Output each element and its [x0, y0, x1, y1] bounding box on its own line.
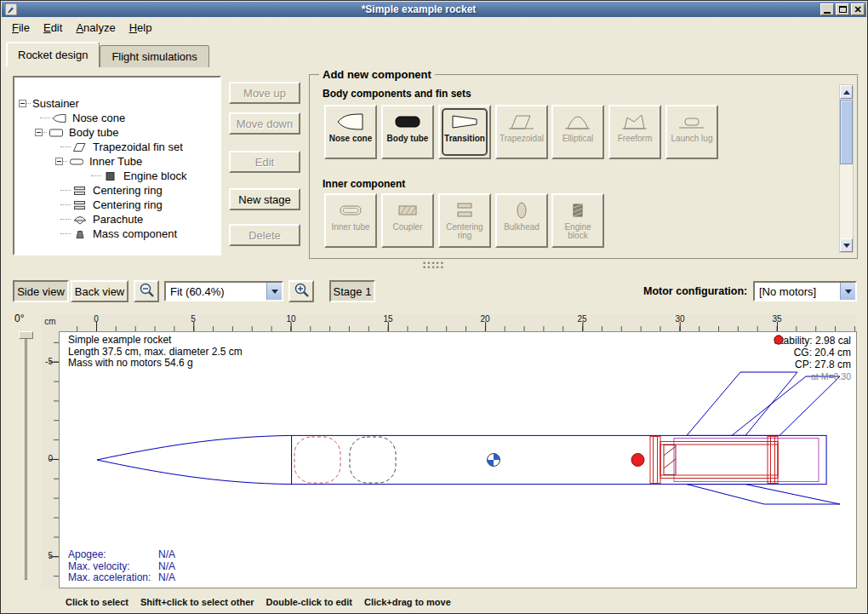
cp-marker [631, 454, 644, 467]
rotation-slider-handle[interactable] [19, 331, 33, 339]
hint-click-drag: Click+drag to move [364, 597, 451, 607]
rotation-slider[interactable] [13, 328, 40, 583]
tab-rocket-design[interactable]: Rocket design [6, 42, 100, 67]
back-view-button[interactable]: Back view [71, 280, 128, 302]
move-down-button[interactable]: Move down [229, 112, 300, 135]
maximize-button[interactable] [836, 3, 849, 15]
scroll-up-button[interactable] [840, 85, 853, 99]
nose-cone-outline[interactable] [97, 435, 292, 484]
component-tree[interactable]: Simple example rocket Sustainer Nose con… [13, 76, 221, 255]
component-button-label: Nose cone [328, 135, 374, 143]
add-engine-block-button[interactable]: Engine block [551, 193, 604, 248]
chevron-down-icon [271, 290, 278, 294]
component-panel-scrollbar[interactable] [839, 84, 854, 253]
motor-configuration-label: Motor configuration: [643, 285, 747, 297]
splitter[interactable]: •••••••••• [1, 261, 867, 272]
delete-button[interactable]: Delete [229, 224, 300, 246]
title-bar[interactable]: *Simple example rocket ✕ [2, 2, 866, 17]
zoom-level-combobox[interactable]: Fit (60.4%) [164, 281, 283, 301]
scrollbar-thumb[interactable] [840, 100, 853, 164]
menu-help[interactable]: Help [123, 18, 159, 37]
ruler-tick-label: 25 [574, 314, 591, 324]
add-nose-cone-button[interactable]: Nose cone [324, 105, 377, 159]
add-trapezoidal-fin-button[interactable]: Trapezoidal [495, 105, 548, 159]
body-tube-outline[interactable] [292, 435, 827, 484]
rotation-slider-track[interactable] [25, 335, 27, 580]
magnifier-minus-icon [139, 282, 155, 301]
engine-block-icon [103, 171, 118, 181]
tree-item-label: Inner Tube [88, 155, 144, 168]
minimize-button[interactable] [820, 3, 834, 15]
tree-item-mass-component[interactable]: Mass component [14, 227, 220, 241]
edit-button[interactable]: Edit [229, 151, 300, 173]
collapse-icon[interactable] [35, 129, 43, 136]
tree-item-label: Trapezoidal fin set [91, 141, 185, 153]
launch-lug-icon [677, 111, 706, 135]
motor-configuration-value: [No motors] [755, 285, 840, 298]
fin-bottom-outline[interactable] [687, 485, 840, 504]
elliptical-fin-icon [563, 111, 592, 135]
component-button-label: Trapezoidal [499, 135, 545, 143]
add-launch-lug-button[interactable]: Launch lug [665, 105, 718, 159]
menu-file[interactable]: File [5, 18, 37, 37]
new-stage-button[interactable]: New stage [229, 188, 300, 210]
tree-item-sustainer[interactable]: Sustainer [14, 96, 220, 111]
combo-arrow-button[interactable] [840, 283, 855, 300]
tree-item-engine-block[interactable]: Engine block [14, 169, 220, 183]
tab-flight-simulations[interactable]: Flight simulations [100, 45, 208, 67]
add-new-component-group: Add new component Body components and fi… [309, 74, 859, 260]
menu-bar: File Edit Analyze Help [2, 17, 866, 38]
rocket-mass: Mass with no motors 54.6 g [68, 358, 243, 370]
ruler-tick-label: 20 [477, 314, 494, 324]
component-button-label: Body tube [386, 135, 430, 143]
fin-far-outline[interactable] [732, 376, 840, 435]
add-bulkhead-button[interactable]: Bulkhead [495, 193, 548, 248]
component-button-label: Elliptical [562, 135, 595, 143]
motor-configuration-combobox[interactable]: [No motors] [753, 281, 857, 301]
add-freeform-fin-button[interactable]: Freeform [608, 105, 661, 159]
tree-item-parachute[interactable]: Parachute [14, 212, 220, 227]
move-up-button[interactable]: Move up [229, 82, 300, 104]
scroll-down-button[interactable] [840, 238, 853, 252]
tree-item-label: Engine block [122, 169, 188, 182]
zoom-out-button[interactable] [134, 280, 159, 302]
rocket-drawing-area[interactable]: Simple example rocket Length 37.5 cm, ma… [59, 331, 857, 588]
component-button-label: Inner tube [330, 223, 370, 232]
combo-arrow-button[interactable] [266, 283, 282, 300]
transition-icon [450, 111, 479, 135]
horizontal-ruler: 0 5 10 15 20 25 30 35 [59, 314, 857, 331]
add-elliptical-fin-button[interactable]: Elliptical [551, 105, 604, 159]
collapse-icon[interactable] [19, 100, 26, 107]
ruler-tick-label: 5 [185, 314, 202, 324]
tree-item-inner-tube[interactable]: Inner Tube [14, 154, 220, 169]
tree-item-trapezoidal-fin-set[interactable]: Trapezoidal fin set [14, 140, 220, 154]
close-button[interactable]: ✕ [851, 3, 865, 15]
collapse-icon[interactable] [55, 158, 63, 165]
freeform-fin-icon [620, 111, 649, 135]
tree-item-centering-ring-2[interactable]: Centering ring [14, 198, 220, 212]
stage-1-toggle-button[interactable]: Stage 1 [329, 280, 375, 302]
bulkhead-icon [507, 199, 536, 223]
tree-item-rocket[interactable]: Simple example rocket [14, 82, 220, 96]
add-coupler-button[interactable]: Coupler [381, 193, 434, 248]
tree-item-centering-ring-1[interactable]: Centering ring [14, 183, 220, 198]
stability-value: Stability: 2.98 cal [774, 335, 851, 347]
ruler-tick-label: 10 [283, 314, 300, 324]
menu-analyze[interactable]: Analyze [69, 18, 122, 37]
component-button-label: Engine block [553, 223, 602, 240]
add-body-tube-button[interactable]: Body tube [381, 105, 434, 159]
tree-item-body-tube[interactable]: Body tube [14, 125, 220, 140]
arrow-down-icon [843, 244, 850, 248]
tree-item-nose-cone[interactable]: Nose cone [14, 111, 220, 125]
ruler-tick-label: 5 [43, 551, 53, 560]
add-inner-tube-button[interactable]: Inner tube [324, 193, 377, 248]
menu-edit[interactable]: Edit [37, 18, 69, 37]
add-transition-button[interactable]: Transition [438, 105, 491, 159]
tree-item-label: Mass component [91, 227, 179, 240]
apogee-label: Apogee: [68, 549, 158, 561]
max-acceleration-label: Max. acceleration: [68, 572, 158, 584]
component-button-label: Coupler [391, 223, 423, 232]
add-centering-ring-button[interactable]: Centering ring [438, 193, 491, 248]
side-view-button[interactable]: Side view [13, 280, 69, 302]
zoom-in-button[interactable] [288, 280, 314, 302]
